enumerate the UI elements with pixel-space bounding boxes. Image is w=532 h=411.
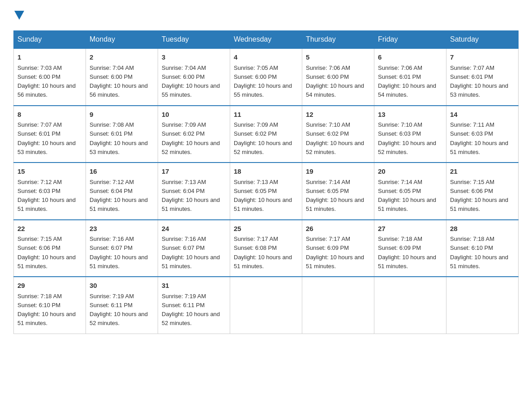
logo-arrow-icon bbox=[14, 11, 24, 20]
calendar-table: SundayMondayTuesdayWednesdayThursdayFrid… bbox=[13, 30, 519, 334]
day-number: 28 bbox=[450, 224, 515, 234]
day-number: 26 bbox=[306, 224, 370, 234]
calendar-cell: 24 Sunrise: 7:16 AMSunset: 6:07 PMDaylig… bbox=[158, 220, 230, 277]
day-info: Sunrise: 7:16 AMSunset: 6:07 PMDaylight:… bbox=[90, 235, 148, 270]
day-info: Sunrise: 7:12 AMSunset: 6:03 PMDaylight:… bbox=[17, 179, 76, 213]
day-info: Sunrise: 7:08 AMSunset: 6:01 PMDaylight:… bbox=[90, 121, 148, 155]
calendar-cell: 22 Sunrise: 7:15 AMSunset: 6:06 PMDaylig… bbox=[14, 220, 86, 277]
day-info: Sunrise: 7:07 AMSunset: 6:01 PMDaylight:… bbox=[17, 121, 76, 155]
day-number: 14 bbox=[450, 110, 515, 120]
header-day-thursday: Thursday bbox=[302, 31, 374, 49]
svg-marker-0 bbox=[14, 11, 24, 20]
calendar-cell: 8 Sunrise: 7:07 AMSunset: 6:01 PMDayligh… bbox=[14, 106, 86, 163]
day-info: Sunrise: 7:15 AMSunset: 6:06 PMDaylight:… bbox=[450, 179, 508, 213]
calendar-cell: 29 Sunrise: 7:18 AMSunset: 6:10 PMDaylig… bbox=[14, 277, 86, 334]
calendar-cell: 7 Sunrise: 7:07 AMSunset: 6:01 PMDayligh… bbox=[446, 48, 519, 106]
calendar-cell: 23 Sunrise: 7:16 AMSunset: 6:07 PMDaylig… bbox=[86, 220, 158, 277]
day-info: Sunrise: 7:07 AMSunset: 6:01 PMDaylight:… bbox=[450, 64, 508, 98]
day-number: 31 bbox=[162, 281, 226, 291]
day-info: Sunrise: 7:17 AMSunset: 6:09 PMDaylight:… bbox=[306, 235, 364, 270]
calendar-cell: 20 Sunrise: 7:14 AMSunset: 6:05 PMDaylig… bbox=[374, 163, 446, 220]
calendar-cell: 19 Sunrise: 7:14 AMSunset: 6:05 PMDaylig… bbox=[302, 163, 374, 220]
calendar-cell: 12 Sunrise: 7:10 AMSunset: 6:02 PMDaylig… bbox=[302, 106, 374, 163]
day-number: 15 bbox=[17, 167, 82, 177]
calendar-cell: 28 Sunrise: 7:18 AMSunset: 6:10 PMDaylig… bbox=[446, 220, 519, 277]
day-info: Sunrise: 7:17 AMSunset: 6:08 PMDaylight:… bbox=[234, 235, 292, 270]
day-info: Sunrise: 7:10 AMSunset: 6:03 PMDaylight:… bbox=[378, 121, 436, 155]
calendar-cell bbox=[302, 277, 374, 334]
day-info: Sunrise: 7:06 AMSunset: 6:00 PMDaylight:… bbox=[306, 64, 364, 98]
day-number: 21 bbox=[450, 167, 515, 177]
day-info: Sunrise: 7:04 AMSunset: 6:00 PMDaylight:… bbox=[162, 64, 220, 98]
calendar-cell: 30 Sunrise: 7:19 AMSunset: 6:11 PMDaylig… bbox=[86, 277, 158, 334]
day-number: 4 bbox=[234, 52, 298, 63]
week-row-5: 29 Sunrise: 7:18 AMSunset: 6:10 PMDaylig… bbox=[14, 277, 519, 334]
calendar-cell: 14 Sunrise: 7:11 AMSunset: 6:03 PMDaylig… bbox=[446, 106, 519, 163]
day-info: Sunrise: 7:11 AMSunset: 6:03 PMDaylight:… bbox=[450, 121, 508, 155]
day-info: Sunrise: 7:15 AMSunset: 6:06 PMDaylight:… bbox=[17, 235, 76, 270]
calendar-cell: 21 Sunrise: 7:15 AMSunset: 6:06 PMDaylig… bbox=[446, 163, 519, 220]
day-number: 23 bbox=[90, 224, 154, 234]
logo bbox=[13, 9, 24, 21]
day-number: 18 bbox=[234, 167, 298, 177]
calendar-cell: 3 Sunrise: 7:04 AMSunset: 6:00 PMDayligh… bbox=[158, 48, 230, 106]
day-number: 8 bbox=[17, 110, 82, 120]
day-info: Sunrise: 7:19 AMSunset: 6:11 PMDaylight:… bbox=[90, 293, 148, 327]
day-number: 27 bbox=[378, 224, 442, 234]
day-info: Sunrise: 7:13 AMSunset: 6:05 PMDaylight:… bbox=[234, 179, 292, 213]
week-row-3: 15 Sunrise: 7:12 AMSunset: 6:03 PMDaylig… bbox=[14, 163, 519, 220]
day-info: Sunrise: 7:06 AMSunset: 6:01 PMDaylight:… bbox=[378, 64, 436, 98]
calendar-cell bbox=[230, 277, 302, 334]
calendar-cell: 1 Sunrise: 7:03 AMSunset: 6:00 PMDayligh… bbox=[14, 48, 86, 106]
day-number: 30 bbox=[90, 281, 154, 291]
calendar-cell: 26 Sunrise: 7:17 AMSunset: 6:09 PMDaylig… bbox=[302, 220, 374, 277]
day-info: Sunrise: 7:03 AMSunset: 6:00 PMDaylight:… bbox=[17, 64, 76, 98]
day-info: Sunrise: 7:14 AMSunset: 6:05 PMDaylight:… bbox=[378, 179, 436, 213]
day-number: 17 bbox=[162, 167, 226, 177]
day-number: 20 bbox=[378, 167, 442, 177]
day-info: Sunrise: 7:12 AMSunset: 6:04 PMDaylight:… bbox=[90, 179, 148, 213]
day-info: Sunrise: 7:13 AMSunset: 6:04 PMDaylight:… bbox=[162, 179, 220, 213]
header-day-saturday: Saturday bbox=[446, 31, 519, 49]
day-number: 19 bbox=[306, 167, 370, 177]
week-row-1: 1 Sunrise: 7:03 AMSunset: 6:00 PMDayligh… bbox=[14, 48, 519, 106]
week-row-2: 8 Sunrise: 7:07 AMSunset: 6:01 PMDayligh… bbox=[14, 106, 519, 163]
calendar-cell: 4 Sunrise: 7:05 AMSunset: 6:00 PMDayligh… bbox=[230, 48, 302, 106]
day-info: Sunrise: 7:09 AMSunset: 6:02 PMDaylight:… bbox=[162, 121, 220, 155]
header-day-friday: Friday bbox=[374, 31, 446, 49]
header-day-sunday: Sunday bbox=[14, 31, 86, 49]
calendar-header: SundayMondayTuesdayWednesdayThursdayFrid… bbox=[14, 31, 519, 49]
calendar-cell bbox=[374, 277, 446, 334]
day-number: 16 bbox=[90, 167, 154, 177]
day-number: 11 bbox=[234, 110, 298, 120]
calendar-cell: 18 Sunrise: 7:13 AMSunset: 6:05 PMDaylig… bbox=[230, 163, 302, 220]
day-number: 22 bbox=[17, 224, 82, 234]
day-info: Sunrise: 7:09 AMSunset: 6:02 PMDaylight:… bbox=[234, 121, 292, 155]
day-info: Sunrise: 7:05 AMSunset: 6:00 PMDaylight:… bbox=[234, 64, 292, 98]
day-number: 13 bbox=[378, 110, 442, 120]
day-number: 29 bbox=[17, 281, 82, 291]
day-number: 6 bbox=[378, 52, 442, 63]
calendar-body: 1 Sunrise: 7:03 AMSunset: 6:00 PMDayligh… bbox=[14, 48, 519, 334]
header-day-wednesday: Wednesday bbox=[230, 31, 302, 49]
header-day-monday: Monday bbox=[86, 31, 158, 49]
day-info: Sunrise: 7:10 AMSunset: 6:02 PMDaylight:… bbox=[306, 121, 364, 155]
calendar-cell bbox=[446, 277, 519, 334]
calendar-cell: 5 Sunrise: 7:06 AMSunset: 6:00 PMDayligh… bbox=[302, 48, 374, 106]
day-info: Sunrise: 7:18 AMSunset: 6:10 PMDaylight:… bbox=[450, 235, 508, 270]
header-row: SundayMondayTuesdayWednesdayThursdayFrid… bbox=[14, 31, 519, 49]
calendar-cell: 16 Sunrise: 7:12 AMSunset: 6:04 PMDaylig… bbox=[86, 163, 158, 220]
day-number: 1 bbox=[17, 52, 82, 63]
day-info: Sunrise: 7:19 AMSunset: 6:11 PMDaylight:… bbox=[162, 293, 220, 327]
day-number: 5 bbox=[306, 52, 370, 63]
day-info: Sunrise: 7:18 AMSunset: 6:10 PMDaylight:… bbox=[17, 293, 76, 327]
day-info: Sunrise: 7:14 AMSunset: 6:05 PMDaylight:… bbox=[306, 179, 364, 213]
calendar-cell: 25 Sunrise: 7:17 AMSunset: 6:08 PMDaylig… bbox=[230, 220, 302, 277]
day-number: 2 bbox=[90, 52, 154, 63]
page-header bbox=[13, 9, 519, 21]
day-info: Sunrise: 7:04 AMSunset: 6:00 PMDaylight:… bbox=[90, 64, 148, 98]
day-number: 24 bbox=[162, 224, 226, 234]
day-number: 3 bbox=[162, 52, 226, 63]
calendar-cell: 15 Sunrise: 7:12 AMSunset: 6:03 PMDaylig… bbox=[14, 163, 86, 220]
header-day-tuesday: Tuesday bbox=[158, 31, 230, 49]
